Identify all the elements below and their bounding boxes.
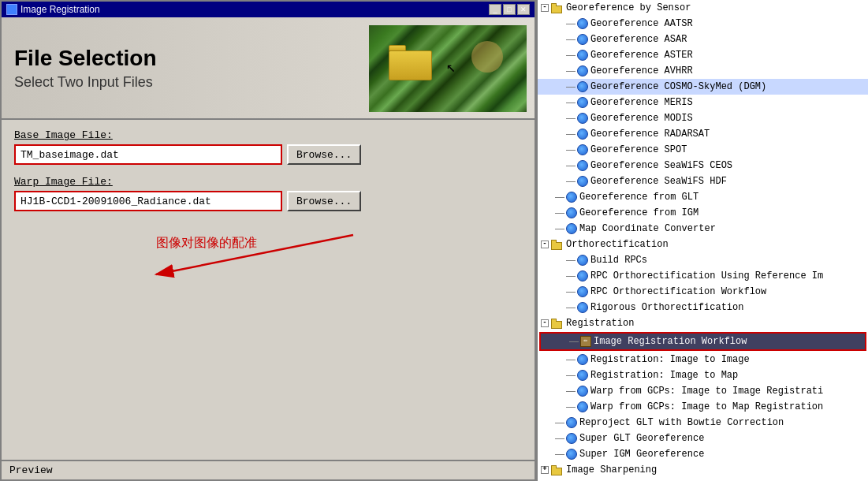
tree-item-rpc-ortho-wf[interactable]: RPC Orthorectification Workflow <box>538 284 868 300</box>
tree-line <box>555 213 564 214</box>
tree-panel[interactable]: - Georeference by SensorGeoreference AAT… <box>536 0 868 481</box>
tree-item-geo-meris[interactable]: Georeference MERIS <box>538 95 868 110</box>
tree-item-super-igm[interactable]: Super IGM Georeference <box>538 446 868 462</box>
tree-label-warp-gcp-img: Warp from GCPs: Image to Image Registrat… <box>590 384 823 398</box>
close-button[interactable]: ✕ <box>517 4 530 15</box>
tree-line <box>566 118 576 119</box>
check-icon-rpc-ortho-ref <box>577 270 588 282</box>
tree-line <box>566 24 576 24</box>
check-icon-super-igm <box>566 449 577 460</box>
check-icon-geo-seawifs-hdf <box>577 176 588 187</box>
pencil-icon-image-reg-wf: ✏ <box>580 336 591 347</box>
base-image-input[interactable] <box>14 144 282 165</box>
check-icon-geo-glt <box>566 192 577 203</box>
expand-icon-registration[interactable]: - <box>541 319 549 327</box>
check-icon-map-coord <box>566 223 577 234</box>
header-section: File Selection Select Two Input Files ↖ <box>2 17 535 120</box>
tree-line <box>566 276 576 277</box>
tree-label-reproject-glt: Reproject GLT with Bowtie Correction <box>579 416 784 430</box>
base-browse-button[interactable]: Browse... <box>287 144 361 165</box>
tree-label-geo-meris: Georeference MERIS <box>590 95 693 110</box>
tree-item-lidar[interactable]: + LiDAR <box>538 478 868 481</box>
warp-image-input[interactable] <box>14 191 282 211</box>
expand-icon-image-sharp[interactable]: + <box>541 466 549 474</box>
check-icon-geo-meris <box>577 97 588 108</box>
tree-line <box>566 103 576 103</box>
tree-line <box>566 407 576 408</box>
tree-item-warp-gcp-img[interactable]: Warp from GCPs: Image to Image Registrat… <box>538 383 868 399</box>
tree-label-geo-aatsr: Georeference AATSR <box>590 17 693 31</box>
tree-item-reproject-glt[interactable]: Reproject GLT with Bowtie Correction <box>538 415 868 431</box>
tree-label-rpc-ortho-wf: RPC Orthorectification Workflow <box>590 285 766 299</box>
app-icon <box>6 4 17 15</box>
tree-line <box>566 55 576 56</box>
tree-line <box>555 438 564 439</box>
tree-line <box>566 181 576 182</box>
check-icon-geo-asar <box>577 34 588 45</box>
check-icon-geo-aatsr <box>577 18 588 29</box>
title-bar-buttons: _ □ ✕ <box>489 4 530 15</box>
dialog-window: Image Registration _ □ ✕ File Selection … <box>0 0 536 481</box>
window-title: Image Registration <box>20 4 100 15</box>
tree-item-image-reg-wf[interactable]: ✏Image Registration Workflow <box>539 332 866 351</box>
tree-item-ortho[interactable]: - Orthorectification <box>538 237 868 252</box>
check-icon-build-rpcs <box>577 255 588 266</box>
tree-item-geo-igm[interactable]: Georeference from IGM <box>538 205 868 221</box>
tree-item-geo-aatsr[interactable]: Georeference AATSR <box>538 16 868 32</box>
tree-item-geo-seawifs-ceos[interactable]: Georeference SeaWiFS CEOS <box>538 158 868 173</box>
main-content: Base Image File: Browse... Warp Image Fi… <box>2 120 535 460</box>
tree-item-geo-glt[interactable]: Georeference from GLT <box>538 189 868 205</box>
tree-item-reg-img-img[interactable]: Registration: Image to Image <box>538 352 868 367</box>
tree-label-geo-glt: Georeference from GLT <box>579 190 698 204</box>
tree-label-geo-igm: Georeference from IGM <box>579 206 698 220</box>
annotation-area: 图像对图像的配准 <box>14 227 522 290</box>
folder-icon-registration <box>551 317 564 330</box>
expand-icon-ortho[interactable]: - <box>541 240 549 248</box>
expand-icon-geo-sensor[interactable]: - <box>541 4 549 12</box>
tree-item-reg-img-map[interactable]: Registration: Image to Map <box>538 367 868 383</box>
bottom-bar: Preview <box>2 460 535 479</box>
tree-item-map-coord[interactable]: Map Coordinate Converter <box>538 221 868 237</box>
tree-item-geo-aster[interactable]: Georeference ASTER <box>538 47 868 63</box>
tree-item-warp-gcp-map[interactable]: Warp from GCPs: Image to Map Registratio… <box>538 399 868 415</box>
folder-icon-geo-sensor <box>551 2 564 14</box>
tree-label-super-igm: Super IGM Georeference <box>579 447 704 461</box>
tree-line <box>566 360 576 360</box>
warp-browse-button[interactable]: Browse... <box>287 191 361 211</box>
tree-item-image-sharp[interactable]: + Image Sharpening <box>538 462 868 478</box>
tree-item-build-rpcs[interactable]: Build RPCs <box>538 252 868 268</box>
check-icon-super-glt <box>566 433 577 444</box>
tree-item-geo-sensor[interactable]: - Georeference by Sensor <box>538 0 868 16</box>
tree-item-rpc-ortho-ref[interactable]: RPC Orthorectification Using Reference I… <box>538 268 868 284</box>
minimize-button[interactable]: _ <box>489 4 501 15</box>
tree-label-ortho: Orthorectification <box>566 237 669 252</box>
tree-line <box>555 454 564 455</box>
tree-item-geo-cosmo[interactable]: Georeference COSMO-SkyMed (DGM) <box>538 79 868 95</box>
tree-label-rpc-ortho-ref: RPC Orthorectification Using Reference I… <box>590 269 823 283</box>
check-icon-geo-modis <box>577 113 588 124</box>
tree-item-geo-modis[interactable]: Georeference MODIS <box>538 110 868 126</box>
tree-line <box>569 341 579 342</box>
check-icon-geo-avhrr <box>577 65 588 76</box>
tree-item-rigorous-ortho[interactable]: Rigorous Orthorectification <box>538 300 868 315</box>
check-icon-geo-seawifs-ceos <box>577 160 588 171</box>
check-icon-rpc-ortho-wf <box>577 286 588 297</box>
folder-body <box>389 50 432 80</box>
tree-line <box>566 39 576 40</box>
tree-item-geo-asar[interactable]: Georeference ASAR <box>538 32 868 47</box>
maximize-button[interactable]: □ <box>503 4 516 15</box>
tree-line <box>566 87 576 88</box>
folder-icon-large <box>389 45 432 80</box>
cursor-arrow: ↖ <box>446 57 456 76</box>
tree-item-geo-spot[interactable]: Georeference SPOT <box>538 142 868 158</box>
tree-label-map-coord: Map Coordinate Converter <box>579 222 716 236</box>
tree-item-geo-radarsat[interactable]: Georeference RADARSAT <box>538 126 868 142</box>
tree-line <box>566 150 576 151</box>
tree-item-geo-seawifs-hdf[interactable]: Georeference SeaWiFS HDF <box>538 173 868 189</box>
check-icon-reg-img-img <box>577 354 588 365</box>
tree-item-geo-avhrr[interactable]: Georeference AVHRR <box>538 63 868 79</box>
tree-item-registration[interactable]: - Registration <box>538 315 868 331</box>
check-icon-geo-igm <box>566 207 577 218</box>
tree-label-geo-radarsat: Georeference RADARSAT <box>590 127 710 141</box>
tree-item-super-glt[interactable]: Super GLT Georeference <box>538 431 868 446</box>
